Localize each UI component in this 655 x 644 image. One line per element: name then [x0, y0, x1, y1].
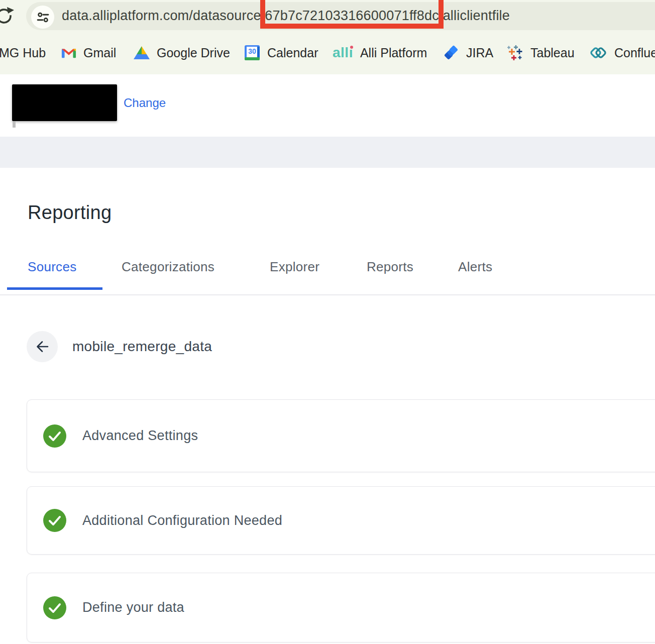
bookmark-label: JIRA [466, 46, 493, 60]
calendar-icon: 30 [244, 45, 260, 61]
bookmark-label: Alli Platform [360, 46, 427, 60]
step-card-label: Define your data [82, 600, 184, 615]
gmail-icon [61, 47, 76, 59]
back-button[interactable] [27, 331, 58, 362]
url-prefix: data.alliplatform.com/datasource/ [62, 8, 265, 24]
check-circle-icon [43, 596, 66, 619]
google-drive-icon [134, 46, 150, 60]
confluence-icon [589, 45, 607, 61]
bookmarks-bar: MG Hub Gmail Google Drive [0, 31, 655, 74]
check-circle-icon [43, 509, 66, 532]
tabs-divider-line [0, 294, 655, 295]
bookmark-mg-hub[interactable]: MG Hub [0, 31, 46, 74]
bookmark-label: Calendar [267, 46, 318, 60]
bookmark-gmail[interactable]: Gmail [61, 31, 116, 74]
step-card-additional-configuration[interactable]: Additional Configuration Needed [27, 486, 655, 555]
tableau-icon [506, 44, 523, 61]
url-text[interactable]: data.alliplatform.com/datasource/67b7c72… [62, 0, 510, 31]
screen: data.alliplatform.com/datasource/67b7c72… [0, 0, 655, 644]
site-settings-button[interactable] [31, 6, 54, 29]
bookmark-label: Google Drive [157, 46, 230, 60]
bookmark-confluence[interactable]: Conflue [589, 31, 655, 74]
page-title: Reporting [28, 202, 112, 224]
bookmark-label: Conflue [614, 46, 655, 60]
header-divider-band [0, 137, 655, 168]
bookmark-label: MG Hub [0, 46, 46, 60]
active-tab-underline [7, 287, 102, 290]
tab-explorer[interactable]: Explorer [270, 259, 319, 275]
tab-sources[interactable]: Sources [28, 259, 76, 275]
alli-logo-icon: allı [333, 46, 353, 60]
step-card-define-your-data[interactable]: Define your data [27, 573, 655, 642]
tab-alerts[interactable]: Alerts [458, 259, 492, 275]
datasource-name: mobile_remerge_data [72, 331, 212, 362]
bookmark-tableau[interactable]: Tableau [506, 31, 575, 74]
browser-toolbar: data.alliplatform.com/datasource/67b7c72… [0, 0, 655, 31]
redacted-account-name [12, 84, 117, 121]
bookmark-jira[interactable]: JIRA [443, 31, 493, 74]
url-datasource-id: 67b7c72103316600071ff8dc [265, 8, 439, 24]
bookmark-calendar[interactable]: 30 Calendar [244, 31, 318, 74]
check-circle-icon [43, 424, 66, 448]
jira-icon [443, 45, 459, 61]
bookmark-label: Gmail [83, 46, 116, 60]
step-card-advanced-settings[interactable]: Advanced Settings [27, 399, 655, 472]
redaction-artifact [13, 121, 16, 128]
back-arrow-icon [34, 339, 50, 355]
reload-icon[interactable] [0, 5, 15, 27]
bookmark-alli-platform[interactable]: allı Alli Platform [333, 31, 427, 74]
tab-categorizations[interactable]: Categorizations [122, 259, 214, 275]
tab-reports[interactable]: Reports [367, 259, 413, 275]
calendar-day-number: 30 [244, 47, 260, 55]
step-card-label: Advanced Settings [82, 428, 198, 444]
url-suffix: /alliclientfile [439, 8, 510, 24]
bookmark-google-drive[interactable]: Google Drive [134, 31, 230, 74]
step-card-label: Additional Configuration Needed [82, 513, 282, 528]
bookmark-label: Tableau [530, 46, 575, 60]
change-link[interactable]: Change [124, 84, 166, 121]
tune-icon [36, 11, 50, 24]
